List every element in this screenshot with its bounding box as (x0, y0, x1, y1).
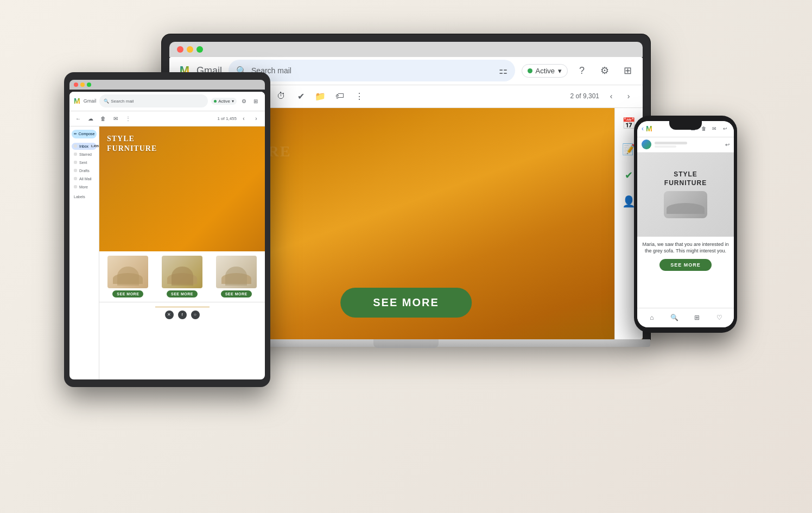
tablet-product-3: SEE MORE (211, 256, 262, 297)
tablet-see-more-2[interactable]: SEE MORE (167, 290, 198, 297)
window-dot-minimize[interactable] (187, 46, 193, 53)
phone-mail-icon[interactable]: ✉ (710, 124, 719, 133)
label-icon-btn[interactable]: 🏷 (332, 88, 347, 104)
phone-gmail-logo: M (646, 124, 652, 133)
more-icon-btn[interactable]: ⋮ (352, 88, 367, 104)
phone-more-icon[interactable]: ↩ (721, 124, 729, 133)
tablet-footer: ✕ f ○ (99, 302, 265, 324)
phone-home-icon[interactable]: ⌂ (646, 312, 657, 323)
snooze-icon-btn[interactable]: ⏱ (274, 88, 289, 104)
phone-see-more-button[interactable]: SEE MORE (659, 259, 712, 271)
tablet-footer-divider (155, 307, 210, 307)
search-placeholder: Search mail (251, 66, 494, 75)
tablet-back-icon[interactable]: ← (73, 113, 84, 124)
tablet-social-icons: ✕ f ○ (165, 311, 200, 319)
tablet-nav-starred-label: Starred (79, 153, 92, 156)
tablet-nav-inbox-label: Inbox (79, 144, 88, 148)
phone-sender-email-placeholder (655, 145, 676, 148)
tablet-nav-sent[interactable]: Sent (72, 159, 97, 166)
tablet-nav-more-label: More (79, 185, 88, 189)
tablet-active-text: Active (218, 99, 230, 104)
move-icon-btn[interactable]: 📁 (313, 88, 328, 104)
window-dot-maximize[interactable] (196, 46, 203, 53)
check-icon-btn[interactable]: ✔ (293, 88, 308, 104)
tablet-prev-icon[interactable]: ‹ (238, 113, 249, 124)
tablet-products: SEE MORE SEE MORE (99, 251, 265, 302)
phone-sender-info (655, 142, 722, 148)
tablet-next-icon[interactable]: › (251, 113, 262, 124)
tablet-settings-icon[interactable]: ⚙ (239, 96, 249, 106)
settings-icon: ⚙ (600, 65, 609, 77)
scene: M Gmail 🔍 Search mail ⚏ Ac (53, 18, 759, 496)
tablet-active-badge[interactable]: Active ▾ (211, 98, 237, 105)
tablet-more-icon[interactable]: ⋮ (123, 113, 134, 124)
active-status-text: Active (536, 67, 555, 75)
tablet-nav-more-dot (74, 185, 77, 188)
tablet-search-placeholder: Search mail (111, 99, 134, 104)
tablet-see-more-3[interactable]: SEE MORE (221, 290, 252, 297)
phone-sender-avatar (642, 140, 651, 149)
phone-search-bottom-icon[interactable]: 🔍 (669, 312, 680, 323)
active-status-badge[interactable]: Active ▾ (522, 64, 568, 78)
tablet-content: ✏ Compose Inbox 1,455 Starred (69, 126, 265, 379)
tablet-active-dot (214, 100, 217, 103)
tablet-archive-icon[interactable]: ☁ (85, 113, 96, 124)
tablet-compose-label: Compose (79, 132, 95, 136)
see-more-button[interactable]: SEE MORE (340, 288, 472, 318)
tablet-dot-close[interactable] (74, 83, 78, 87)
tablet-product-1: SEE MORE (103, 256, 154, 297)
tablet-mail-icon[interactable]: ✉ (110, 113, 121, 124)
tablet-nav-more[interactable]: More (72, 183, 97, 191)
tablet-dot-maximize[interactable] (87, 83, 91, 87)
next-email-btn[interactable]: › (621, 88, 636, 104)
phone-reply-icon[interactable]: ↩ (725, 142, 729, 148)
phone-email-body-text: Maria, we saw that you are interested in… (637, 237, 734, 259)
tablet-active-chevron: ▾ (232, 99, 234, 104)
tablet-apps-icon[interactable]: ⊞ (251, 96, 261, 106)
tablet-nav-starred[interactable]: Starred (72, 151, 97, 158)
settings-icon-btn[interactable]: ⚙ (596, 62, 613, 79)
tablet-search-bar[interactable]: 🔍 Search mail (99, 94, 208, 107)
tablet-gmail-ui: M Gmail 🔍 Search mail Active ▾ (69, 92, 265, 379)
prev-email-btn[interactable]: ‹ (604, 88, 619, 104)
active-chevron-icon: ▾ (558, 67, 562, 75)
phone-favorite-icon[interactable]: ♡ (714, 312, 725, 323)
tablet-brand-title: STYLEFURNITURE (107, 134, 157, 154)
phone-grid-bottom-icon[interactable]: ⊞ (692, 312, 702, 323)
tablet-product-img-2 (162, 256, 202, 288)
tablet-dot-minimize[interactable] (80, 83, 85, 87)
tablet-search-icon: 🔍 (104, 99, 109, 104)
tablet-see-more-1[interactable]: SEE MORE (112, 290, 143, 297)
search-bar[interactable]: 🔍 Search mail ⚏ (229, 60, 515, 81)
tablet-nav-drafts-dot (74, 169, 77, 172)
tablet-twitter-icon[interactable]: ✕ (165, 311, 174, 319)
phone-notch (669, 121, 702, 130)
help-icon: ? (579, 65, 585, 77)
apps-grid-icon: ⊞ (624, 65, 632, 77)
tablet-header-actions: Active ▾ ⚙ ⊞ (211, 96, 261, 106)
tablet-gmail-logo: M (74, 97, 80, 105)
apps-icon-btn[interactable]: ⊞ (619, 62, 636, 79)
phone-furniture-title: STYLEFURNITURE (664, 170, 707, 187)
search-filter-icon[interactable]: ⚏ (499, 65, 507, 77)
tablet-instagram-icon[interactable]: ○ (191, 311, 200, 319)
tablet-labels-section: Labels (72, 195, 97, 199)
tablet-gmail-text: Gmail (84, 98, 97, 104)
phone-body: ‹ M ☁ 🗑 ✉ ↩ (634, 116, 737, 333)
tablet-toolbar: ← ☁ 🗑 ✉ ⋮ 1 of 1,455 ‹ › (69, 111, 265, 126)
tablet-nav-all-mail-label: All Mail (79, 177, 92, 181)
help-icon-btn[interactable]: ? (573, 62, 591, 79)
tablet-screen: M Gmail 🔍 Search mail Active ▾ (69, 92, 265, 379)
tablet-product-img-1 (107, 256, 148, 288)
tablet-delete-icon[interactable]: 🗑 (98, 113, 109, 124)
window-dot-close[interactable] (177, 46, 183, 53)
tablet-compose-button[interactable]: ✏ Compose (72, 130, 97, 138)
phone-back-button[interactable]: ‹ (642, 125, 644, 132)
tablet-nav-drafts[interactable]: Drafts (72, 167, 97, 174)
phone-bottom-bar: ⌂ 🔍 ⊞ ♡ (637, 308, 734, 327)
tablet-nav-inbox[interactable]: Inbox 1,455 (72, 143, 97, 150)
phone: ‹ M ☁ 🗑 ✉ ↩ (634, 116, 737, 333)
tablet-nav-all-mail[interactable]: All Mail (72, 175, 97, 182)
tablet: M Gmail 🔍 Search mail Active ▾ (64, 72, 270, 387)
tablet-facebook-icon[interactable]: f (178, 311, 187, 319)
